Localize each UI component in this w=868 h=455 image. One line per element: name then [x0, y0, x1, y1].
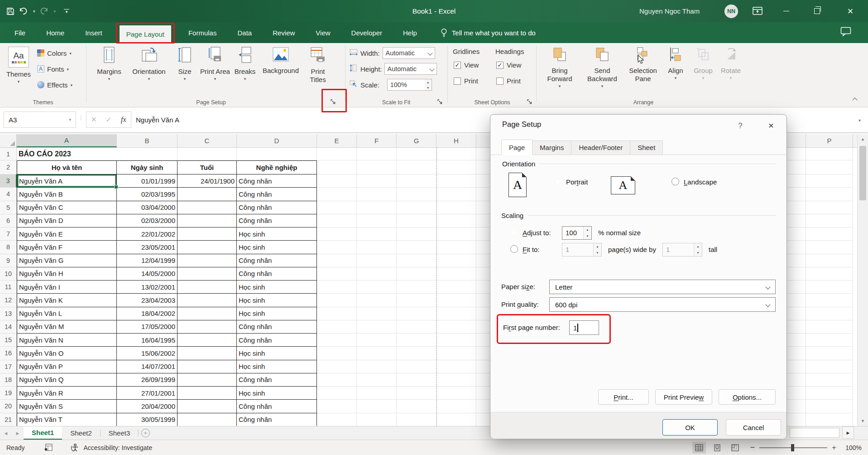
ribbon-display-options-icon[interactable]: [753, 6, 762, 15]
cell-E9[interactable]: [317, 254, 357, 267]
cell-C3[interactable]: 24/01/1900: [177, 174, 237, 188]
cell-H11[interactable]: [436, 281, 476, 294]
cell-F6[interactable]: [357, 214, 397, 228]
cell-A21[interactable]: Nguyễn Văn T: [17, 413, 117, 426]
cell-D5[interactable]: Công nhân: [237, 201, 317, 214]
tell-me-box[interactable]: Tell me what you want to do: [441, 22, 536, 43]
sheet-tab-sheet3[interactable]: Sheet3: [101, 426, 139, 440]
selection-fill-handle[interactable]: [114, 185, 118, 189]
column-header-G[interactable]: G: [397, 134, 436, 147]
sheet-options-dialog-launcher[interactable]: [526, 98, 533, 105]
cell-D9[interactable]: Công nhân: [237, 254, 317, 267]
cell-C1[interactable]: [177, 148, 237, 160]
formula-content[interactable]: Nguyễn Văn A: [136, 111, 179, 128]
cell-F17[interactable]: [357, 360, 397, 373]
cell-B11[interactable]: 13/02/2001: [117, 281, 177, 294]
cell-D17[interactable]: Học sinh: [237, 360, 317, 373]
send-backward-button[interactable]: Send Backward▾: [581, 45, 623, 97]
cell-D21[interactable]: Công nhân: [237, 413, 317, 426]
avatar[interactable]: NN: [724, 5, 738, 18]
print-quality-dropdown[interactable]: 600 dpi: [549, 297, 776, 312]
column-header-D[interactable]: D: [237, 134, 317, 147]
cell-E7[interactable]: [317, 228, 357, 241]
row-header-4[interactable]: 4: [0, 188, 17, 201]
options-button[interactable]: Options...: [719, 389, 776, 405]
gridlines-view-checkbox[interactable]: ✓View: [454, 61, 479, 69]
cell-F7[interactable]: [357, 228, 397, 241]
row-header-21[interactable]: 21: [0, 413, 17, 426]
cell-E2[interactable]: [317, 160, 357, 174]
cell-D20[interactable]: Công nhân: [237, 400, 317, 413]
row-header-3[interactable]: 3: [0, 174, 17, 188]
accessibility-status[interactable]: Accessibility: Investigate: [83, 444, 152, 451]
row-header-16[interactable]: 16: [0, 347, 17, 360]
cell-D2[interactable]: Nghề nghiệp: [237, 160, 317, 174]
cell-D8[interactable]: Học sinh: [237, 241, 317, 254]
cell-D13[interactable]: Học sinh: [237, 307, 317, 320]
cell-C21[interactable]: [177, 413, 237, 426]
cell-D4[interactable]: Công nhân: [237, 188, 317, 201]
row-header-12[interactable]: 12: [0, 294, 17, 307]
cell-A11[interactable]: Nguyễn Văn I: [17, 281, 117, 294]
dialog-tab-page[interactable]: Page: [501, 140, 532, 155]
cell-A5[interactable]: Nguyễn Văn C: [17, 201, 117, 214]
cell-C17[interactable]: [177, 360, 237, 373]
cell-E11[interactable]: [317, 281, 357, 294]
selection-pane-button[interactable]: Selection Pane: [625, 45, 661, 97]
cell-E18[interactable]: [317, 373, 357, 387]
cell-E13[interactable]: [317, 307, 357, 320]
row-header-2[interactable]: 2: [0, 160, 17, 174]
orientation-button[interactable]: Orientation▾: [129, 45, 169, 97]
cell-H10[interactable]: [436, 267, 476, 281]
cell-C4[interactable]: [177, 188, 237, 201]
cell-H6[interactable]: [436, 214, 476, 228]
cell-F1[interactable]: [357, 148, 397, 160]
cell-H1[interactable]: [436, 148, 476, 160]
row-header-15[interactable]: 15: [0, 334, 17, 347]
cell-E21[interactable]: [317, 413, 357, 426]
cell-B13[interactable]: 18/04/2002: [117, 307, 177, 320]
cell-B8[interactable]: 23/05/2001: [117, 241, 177, 254]
cell-F4[interactable]: [357, 188, 397, 201]
cell-G2[interactable]: [397, 160, 436, 174]
cell-G14[interactable]: [397, 320, 436, 334]
cell-P6[interactable]: [806, 214, 853, 228]
cell-E14[interactable]: [317, 320, 357, 334]
size-button[interactable]: Size▾: [170, 45, 199, 97]
zoom-level[interactable]: 100%: [841, 444, 862, 451]
tab-data[interactable]: Data: [234, 22, 255, 43]
cell-C18[interactable]: [177, 373, 237, 387]
cell-H18[interactable]: [436, 373, 476, 387]
dialog-help-icon[interactable]: ?: [734, 120, 747, 132]
scale-to-fit-dialog-launcher[interactable]: [436, 98, 443, 105]
cell-H8[interactable]: [436, 241, 476, 254]
cell-F15[interactable]: [357, 334, 397, 347]
cell-D7[interactable]: Học sinh: [237, 228, 317, 241]
cell-H3[interactable]: [436, 174, 476, 188]
cell-E8[interactable]: [317, 241, 357, 254]
row-header-1[interactable]: 1: [0, 148, 17, 160]
scale-spinner[interactable]: ▲▼: [425, 79, 432, 91]
cell-B6[interactable]: 02/03/2000: [117, 214, 177, 228]
cell-P8[interactable]: [806, 241, 853, 254]
column-header-H[interactable]: H: [436, 134, 476, 147]
cell-B21[interactable]: 30/05/1999: [117, 413, 177, 426]
cell-C11[interactable]: [177, 281, 237, 294]
gridlines-print-checkbox[interactable]: Print: [454, 77, 478, 85]
cell-C15[interactable]: [177, 334, 237, 347]
cell-G3[interactable]: [397, 174, 436, 188]
dialog-tab-margins[interactable]: Margins: [532, 140, 571, 155]
sheet-tab-sheet1[interactable]: Sheet1: [24, 426, 62, 440]
landscape-radio[interactable]: [671, 178, 679, 185]
insert-function-icon[interactable]: fx: [121, 115, 126, 124]
cell-F5[interactable]: [357, 201, 397, 214]
tab-insert[interactable]: Insert: [82, 22, 106, 43]
cell-P16[interactable]: [806, 347, 853, 360]
cell-E5[interactable]: [317, 201, 357, 214]
cell-G13[interactable]: [397, 307, 436, 320]
cell-H16[interactable]: [436, 347, 476, 360]
name-box[interactable]: A3 ▾: [4, 111, 76, 128]
cell-B17[interactable]: 14/07/2001: [117, 360, 177, 373]
cell-H17[interactable]: [436, 360, 476, 373]
cell-E6[interactable]: [317, 214, 357, 228]
